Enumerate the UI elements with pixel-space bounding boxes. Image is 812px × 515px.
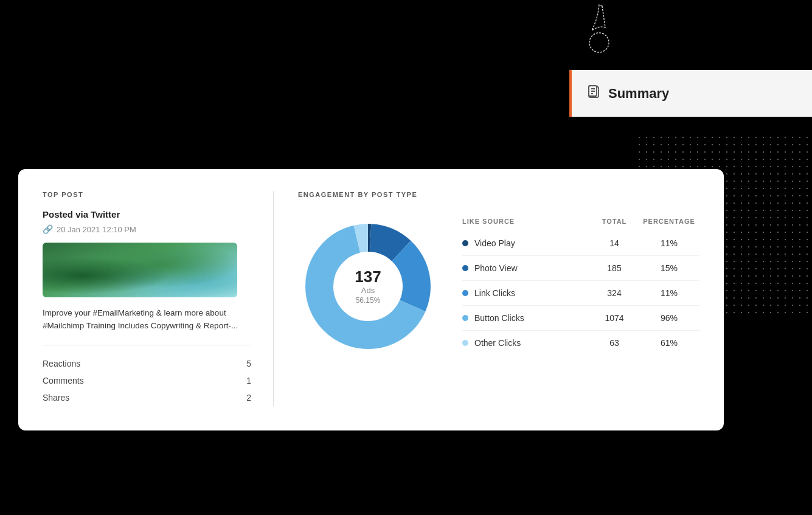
engagement-title: ENGAGEMENT BY POST TYPE: [298, 191, 699, 198]
reactions-value: 5: [246, 359, 251, 368]
svg-point-0: [589, 33, 609, 52]
th-total: TOTAL: [590, 218, 639, 225]
post-date-text: 20 Jan 2021 12:10 PM: [57, 225, 136, 234]
row-label: Button Clicks: [462, 313, 590, 323]
row-label: Video Play: [462, 238, 590, 248]
table-header: LIKE SOURCE TOTAL PERCENTAGE: [462, 218, 699, 231]
row-dot: [462, 265, 468, 271]
comments-value: 1: [246, 376, 251, 385]
th-percentage: PERCENTAGE: [639, 218, 699, 225]
engagement-section: ENGAGEMENT BY POST TYPE: [274, 191, 699, 406]
row-total: 185: [590, 263, 639, 273]
row-pct: 11%: [639, 238, 699, 248]
row-total: 324: [590, 288, 639, 298]
row-pct: 15%: [639, 263, 699, 273]
stat-row-shares: Shares 2: [43, 389, 251, 406]
post-date: 🔗 20 Jan 2021 12:10 PM: [43, 224, 251, 234]
stat-row-reactions: Reactions 5: [43, 355, 251, 372]
top-post-section: TOP POST Posted via Twitter 🔗 20 Jan 202…: [43, 191, 274, 406]
row-source-label: Button Clicks: [474, 313, 524, 323]
row-dot: [462, 240, 468, 246]
engagement-content: 137 Ads 56.15% LIKE SOURCE TOTAL PERCENT…: [298, 216, 699, 356]
table-body: Video Play 14 11% Photo View 185 15% Lin…: [462, 231, 699, 355]
row-pct: 11%: [639, 288, 699, 298]
donut-center: 137 Ads 56.15%: [355, 269, 381, 305]
row-total: 63: [590, 338, 639, 348]
table-row: Link Clicks 324 11%: [462, 281, 699, 306]
summary-label: Summary: [608, 86, 669, 102]
row-label: Other Clicks: [462, 338, 590, 348]
post-source: Posted via Twitter: [43, 209, 251, 219]
donut-pct: 56.15%: [355, 296, 381, 305]
row-total: 1074: [590, 313, 639, 323]
reactions-label: Reactions: [43, 359, 80, 368]
row-source-label: Link Clicks: [474, 288, 515, 298]
post-stats: Reactions 5 Comments 1 Shares 2: [43, 345, 251, 406]
row-dot: [462, 290, 468, 296]
donut-number: 137: [355, 269, 381, 285]
row-pct: 96%: [639, 313, 699, 323]
row-source-label: Photo View: [474, 263, 518, 273]
cursor-decoration: [569, 0, 630, 61]
donut-sub: Ads: [355, 286, 381, 295]
table-row: Button Clicks 1074 96%: [462, 306, 699, 331]
summary-tab[interactable]: Summary: [569, 70, 812, 117]
row-label: Photo View: [462, 263, 590, 273]
row-pct: 61%: [639, 338, 699, 348]
engagement-table: LIKE SOURCE TOTAL PERCENTAGE Video Play …: [462, 218, 699, 355]
row-source-label: Other Clicks: [474, 338, 521, 348]
shares-label: Shares: [43, 393, 69, 403]
table-row: Photo View 185 15%: [462, 256, 699, 281]
top-post-title: TOP POST: [43, 191, 251, 198]
table-row: Video Play 14 11%: [462, 231, 699, 256]
main-card: TOP POST Posted via Twitter 🔗 20 Jan 202…: [18, 169, 724, 430]
row-dot: [462, 340, 468, 346]
donut-chart: 137 Ads 56.15%: [298, 216, 438, 356]
comments-label: Comments: [43, 376, 84, 385]
th-source: LIKE SOURCE: [462, 218, 590, 225]
row-total: 14: [590, 238, 639, 248]
post-image: [43, 243, 237, 297]
post-text: Improve your #EmailMarketing & learn mor…: [43, 307, 251, 333]
row-dot: [462, 315, 468, 321]
stat-row-comments: Comments 1: [43, 372, 251, 389]
document-icon: [586, 85, 601, 103]
link-icon: 🔗: [43, 224, 53, 234]
row-source-label: Video Play: [474, 238, 515, 248]
shares-value: 2: [246, 393, 251, 403]
row-label: Link Clicks: [462, 288, 590, 298]
table-row: Other Clicks 63 61%: [462, 331, 699, 355]
